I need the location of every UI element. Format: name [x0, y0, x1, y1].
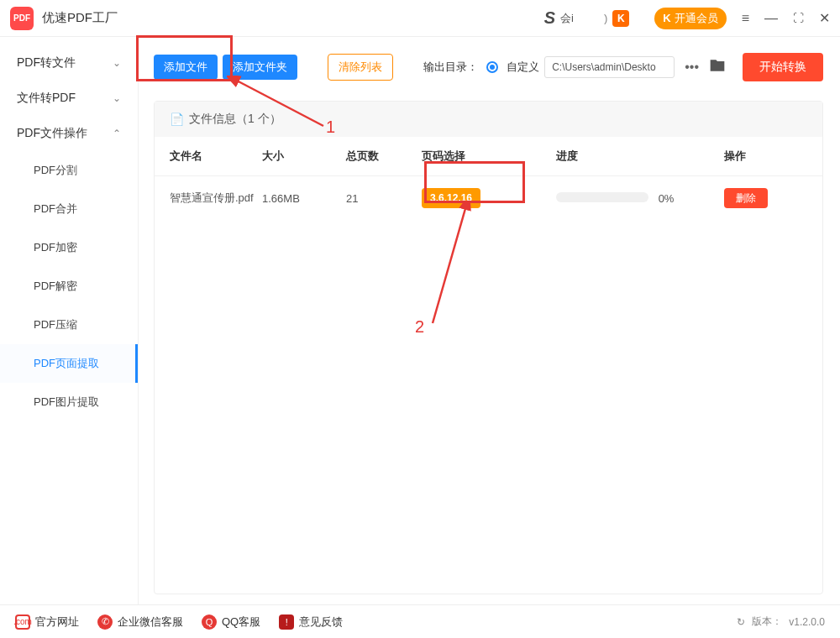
feedback-icon: !	[279, 614, 294, 630]
app-logo-icon: PDF	[10, 7, 34, 30]
footer-wechat-support[interactable]: ✆ 企业微信客服	[97, 614, 183, 630]
footer-qq-support[interactable]: Q QQ客服	[202, 614, 260, 630]
col-size: 大小	[262, 149, 346, 164]
table-row: 智慧通宣传册.pdf 1.66MB 21 3,6,12,16 0% 删除	[155, 176, 822, 220]
page-select-tag[interactable]: 3,6,12,16	[422, 188, 480, 208]
cell-page-select: 3,6,12,16	[422, 188, 556, 208]
sidebar-item-decrypt[interactable]: PDF解密	[0, 267, 138, 306]
sidebar-group-label: PDF转文件	[17, 55, 76, 71]
chevron-down-icon: ⌄	[113, 92, 121, 104]
close-icon[interactable]: ✕	[819, 10, 830, 26]
vip-button[interactable]: K 开通会员	[654, 8, 726, 29]
menu-icon[interactable]: ≡	[742, 11, 749, 26]
vip-label: 开通会员	[675, 11, 718, 26]
add-file-button[interactable]: 添加文件	[154, 55, 218, 80]
version-label: 版本：	[752, 614, 782, 629]
user-label: 会i	[560, 11, 574, 26]
cell-progress: 0%	[556, 192, 724, 205]
table-header: 文件名 大小 总页数 页码选择 进度 操作	[155, 137, 822, 176]
sidebar-group-pdf-ops[interactable]: PDF文件操作 ⌃	[0, 116, 138, 151]
output-path-field[interactable]: C:\Users\admin\Deskto	[544, 56, 675, 78]
radio-custom-label: 自定义	[507, 60, 539, 75]
browse-button[interactable]: •••	[680, 60, 704, 75]
cell-filename: 智慧通宣传册.pdf	[170, 191, 262, 206]
sidebar-group-pdf-to-file[interactable]: PDF转文件 ⌄	[0, 45, 138, 81]
sidebar-item-compress[interactable]: PDF压缩	[0, 306, 138, 344]
vip-crown-icon: K	[663, 12, 670, 24]
cell-size: 1.66MB	[262, 192, 346, 205]
cell-action: 删除	[724, 191, 807, 206]
sidebar-group-label: PDF文件操作	[17, 126, 87, 141]
radio-custom[interactable]	[486, 61, 498, 73]
version-value: v1.2.0.0	[789, 616, 825, 628]
sidebar-item-merge[interactable]: PDF合并	[0, 190, 138, 228]
sidebar-item-page-extract[interactable]: PDF页面提取	[0, 344, 138, 383]
cell-pages: 21	[346, 192, 422, 205]
toolbar: 添加文件 添加文件夹 清除列表 输出目录： 自定义 C:\Users\admin…	[154, 49, 823, 86]
sidebar-group-file-to-pdf[interactable]: 文件转PDF ⌄	[0, 81, 138, 116]
col-sel: 页码选择	[422, 149, 556, 164]
footer-qq-label: QQ客服	[222, 614, 260, 630]
footer-fb-label: 意见反馈	[299, 614, 343, 630]
panel-header-text: 文件信息（1 个）	[189, 112, 281, 127]
chevron-up-icon: ⌃	[113, 128, 121, 139]
version-area: ↻ 版本： v1.2.0.0	[737, 614, 825, 629]
sidebar-item-encrypt[interactable]: PDF加密	[0, 228, 138, 267]
fullscreen-icon[interactable]: ⛶	[793, 12, 804, 24]
minimize-icon[interactable]: —	[764, 11, 778, 26]
panel-header: 📄 文件信息（1 个）	[155, 102, 822, 137]
footer-wx-label: 企业微信客服	[118, 614, 183, 630]
col-prog: 进度	[556, 149, 724, 164]
wechat-icon: ✆	[97, 614, 113, 630]
col-pages: 总页数	[346, 149, 422, 164]
add-folder-button[interactable]: 添加文件夹	[223, 55, 297, 80]
start-convert-button[interactable]: 开始转换	[743, 53, 823, 81]
refresh-icon[interactable]: ↻	[737, 616, 745, 628]
progress-bar	[556, 192, 648, 202]
output-dir-label: 输出目录：	[423, 60, 478, 75]
folder-icon[interactable]	[709, 57, 727, 77]
clear-list-button[interactable]: 清除列表	[328, 54, 393, 81]
footer-site-label: 官方网址	[35, 614, 79, 630]
progress-text: 0%	[659, 192, 675, 205]
s-logo-icon: S	[544, 8, 555, 28]
footer: .com 官方网址 ✆ 企业微信客服 Q QQ客服 ! 意见反馈 ↻ 版本： v…	[0, 604, 840, 638]
content-area: 添加文件 添加文件夹 清除列表 输出目录： 自定义 C:\Users\admin…	[139, 37, 840, 604]
col-name: 文件名	[170, 149, 262, 164]
sidebar-group-label: 文件转PDF	[17, 91, 76, 106]
sidebar-item-split[interactable]: PDF分割	[0, 151, 138, 190]
qq-icon: Q	[202, 614, 217, 630]
col-act: 操作	[724, 149, 807, 164]
chevron-down-icon: ⌄	[113, 57, 121, 69]
sidebar: PDF转文件 ⌄ 文件转PDF ⌄ PDF文件操作 ⌃ PDF分割 PDF合并 …	[0, 37, 139, 604]
sidebar-item-image-extract[interactable]: PDF图片提取	[0, 383, 138, 421]
site-icon: .com	[15, 614, 30, 630]
delete-button[interactable]: 删除	[724, 188, 768, 208]
title-bar: PDF 优速PDF工厂 S 会i ) K K 开通会员 ≡ — ⛶ ✕	[0, 0, 840, 37]
file-panel: 📄 文件信息（1 个） 文件名 大小 总页数 页码选择 进度 操作 智慧通宣传册…	[154, 101, 823, 594]
k-badge-icon: K	[612, 10, 629, 27]
app-title: 优速PDF工厂	[42, 10, 118, 26]
file-icon: 📄	[170, 112, 184, 126]
footer-feedback[interactable]: ! 意见反馈	[279, 614, 343, 630]
titlebar-user-area: S 会i ) K	[544, 8, 630, 28]
footer-official-site[interactable]: .com 官方网址	[15, 614, 79, 630]
paren-text: )	[604, 12, 607, 24]
